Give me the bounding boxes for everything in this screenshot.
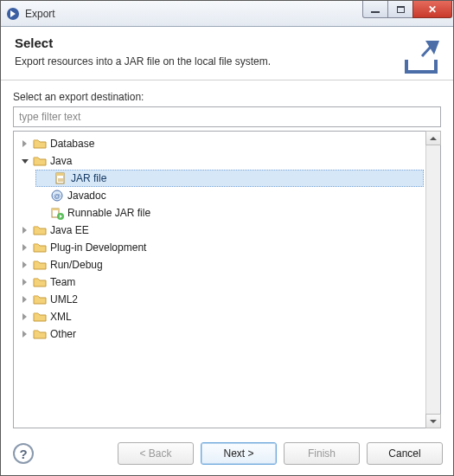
vertical-scrollbar[interactable] <box>425 132 440 428</box>
disclosure-none <box>19 138 29 149</box>
svg-text:@: @ <box>54 192 61 200</box>
tree-item[interactable]: Run/Debug <box>16 256 424 273</box>
disclosure-open-icon[interactable] <box>19 156 29 166</box>
disclosure-none <box>19 329 29 339</box>
finish-button[interactable]: Finish <box>284 442 360 465</box>
tree-item[interactable]: Runnable JAR file <box>33 204 424 222</box>
tree-container: DatabaseJavaJAR file@JavadocRunnable JAR… <box>13 131 441 428</box>
jar-icon <box>54 171 67 185</box>
tree-item[interactable]: Other <box>16 325 424 343</box>
tree-item[interactable]: Team <box>16 273 424 291</box>
disclosure-none <box>19 225 29 235</box>
wizard-content: Select an export destination: DatabaseJa… <box>1 80 453 434</box>
export-tree[interactable]: DatabaseJavaJAR file@JavadocRunnable JAR… <box>14 132 425 428</box>
disclosure-none <box>19 242 29 253</box>
tree-item[interactable]: XML <box>16 308 424 325</box>
maximize-icon <box>397 6 405 13</box>
window-title: Export <box>25 8 363 20</box>
help-icon: ? <box>19 447 27 461</box>
tree-item-label: Other <box>50 328 76 340</box>
tree-item-label: XML <box>50 311 72 323</box>
tree-item-label: Run/Debug <box>50 259 103 271</box>
header-subtitle: Export resources into a JAR file on the … <box>15 55 439 68</box>
tree-item[interactable]: Java EE <box>16 222 424 239</box>
tree-item[interactable]: UML2 <box>16 291 424 308</box>
tree-item-label: Javadoc <box>67 190 106 202</box>
minimize-icon <box>371 11 380 13</box>
folder-icon <box>33 293 47 306</box>
disclosure-none <box>36 190 47 201</box>
chevron-down-icon <box>430 420 437 423</box>
chevron-up-icon <box>430 137 437 140</box>
folder-icon <box>33 241 47 254</box>
folder-icon <box>33 154 47 168</box>
next-button[interactable]: Next > <box>201 442 277 465</box>
svg-rect-2 <box>56 173 64 176</box>
minimize-button[interactable] <box>362 1 388 18</box>
runjar-icon <box>50 206 64 220</box>
folder-icon <box>33 223 47 237</box>
filter-input[interactable] <box>13 106 441 127</box>
tree-item-label: Java <box>50 155 72 167</box>
window-controls: ✕ <box>363 1 453 26</box>
tree-item[interactable]: Database <box>16 135 424 152</box>
tree-item[interactable]: JAR file <box>35 170 424 187</box>
tree-item-label: Plug-in Development <box>50 241 146 254</box>
disclosure-none <box>19 312 29 322</box>
help-button[interactable]: ? <box>13 443 34 464</box>
close-button[interactable]: ✕ <box>412 1 452 18</box>
folder-icon <box>33 137 47 151</box>
folder-icon <box>33 310 47 324</box>
destination-label: Select an export destination: <box>13 91 441 103</box>
button-bar: ? < Back Next > Finish Cancel <box>1 434 453 475</box>
disclosure-none <box>36 208 47 218</box>
svg-rect-6 <box>52 209 59 210</box>
folder-icon <box>33 327 47 341</box>
tree-children: JAR file@JavadocRunnable JAR file <box>16 170 424 222</box>
app-icon <box>6 7 20 21</box>
tree-item[interactable]: Plug-in Development <box>16 239 424 256</box>
export-icon <box>401 37 441 74</box>
scrollbar-track[interactable] <box>426 145 440 415</box>
folder-icon <box>33 275 47 289</box>
tree-item-label: Java EE <box>50 224 89 236</box>
title-bar[interactable]: Export ✕ <box>1 1 453 27</box>
disclosure-none <box>40 173 50 183</box>
folder-icon <box>33 258 47 272</box>
cancel-button[interactable]: Cancel <box>367 442 443 465</box>
tree-item-label: JAR file <box>71 172 106 184</box>
scrollbar-down-button[interactable] <box>425 414 441 428</box>
tree-item-label: Team <box>50 276 75 288</box>
disclosure-none <box>19 294 29 305</box>
disclosure-none <box>19 277 29 287</box>
javadoc-icon: @ <box>50 189 64 203</box>
export-dialog: Export ✕ Select Export resources into a … <box>0 0 454 476</box>
tree-item-label: Database <box>50 138 94 150</box>
tree-item-label: UML2 <box>50 293 78 306</box>
disclosure-none <box>19 260 29 270</box>
header-title: Select <box>15 35 439 50</box>
tree-item[interactable]: @Javadoc <box>33 187 424 204</box>
back-button[interactable]: < Back <box>118 442 194 465</box>
tree-item[interactable]: Java <box>16 152 424 170</box>
close-icon: ✕ <box>428 3 437 16</box>
wizard-header: Select Export resources into a JAR file … <box>1 27 453 80</box>
maximize-button[interactable] <box>387 1 413 18</box>
tree-item-label: Runnable JAR file <box>67 207 150 219</box>
scrollbar-up-button[interactable] <box>425 131 441 145</box>
